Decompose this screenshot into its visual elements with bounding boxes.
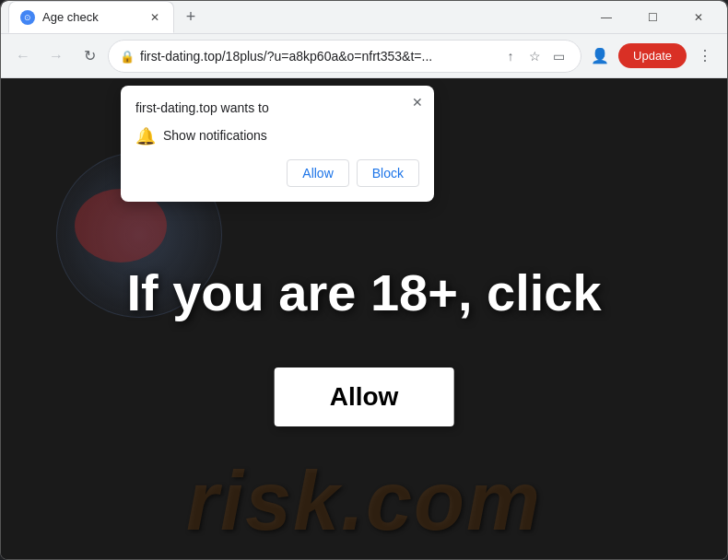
reload-button[interactable]: ↻ <box>75 41 104 71</box>
page-content: If you are 18+, click Allow risk.com ✕ f… <box>1 78 727 560</box>
window-controls: — ☐ ✕ <box>585 1 720 34</box>
popup-block-button[interactable]: Block <box>357 159 419 187</box>
active-tab[interactable]: ⊙ Age check ✕ <box>8 1 174 33</box>
bookmark-icon[interactable]: ☆ <box>523 45 546 67</box>
new-tab-button[interactable]: + <box>178 5 204 30</box>
popup-buttons: Allow Block <box>135 159 419 187</box>
maximize-button[interactable]: ☐ <box>631 1 674 34</box>
forward-button[interactable]: → <box>41 41 71 71</box>
watermark-text: risk.com <box>186 460 542 542</box>
tab-favicon-icon: ⊙ <box>20 10 35 25</box>
tab-title: Age check <box>42 10 140 24</box>
tab-strip: ⊙ Age check ✕ + <box>8 1 585 33</box>
toolbar-right: 👤 Update ⋮ <box>585 41 720 71</box>
title-bar: ⊙ Age check ✕ + — ☐ ✕ <box>1 1 727 34</box>
browser-toolbar: ← → ↻ 🔒 first-dating.top/18plus/?u=a8kp6… <box>1 34 727 78</box>
url-text: first-dating.top/18plus/?u=a8kp60a&o=nfr… <box>140 49 492 64</box>
notification-permission-popup: ✕ first-dating.top wants to 🔔 Show notif… <box>121 86 434 202</box>
watermark: risk.com <box>1 272 727 560</box>
address-bar[interactable]: 🔒 first-dating.top/18plus/?u=a8kp60a&o=n… <box>108 40 581 73</box>
update-button[interactable]: Update <box>618 43 687 68</box>
close-window-button[interactable]: ✕ <box>677 1 720 34</box>
share-icon[interactable]: ↑ <box>499 45 522 67</box>
minimize-button[interactable]: — <box>585 1 628 34</box>
popup-site-text: first-dating.top wants to <box>135 100 419 115</box>
chrome-menu-button[interactable]: ⋮ <box>690 41 720 71</box>
profile-icon[interactable]: 👤 <box>585 41 615 71</box>
back-button[interactable]: ← <box>8 41 38 71</box>
omnibox-actions: ↑ ☆ ▭ <box>499 45 569 67</box>
permission-text: Show notifications <box>163 128 267 143</box>
tab-close-button[interactable]: ✕ <box>147 10 162 25</box>
popup-close-button[interactable]: ✕ <box>408 93 427 111</box>
popup-allow-button[interactable]: Allow <box>287 159 348 187</box>
lock-icon: 🔒 <box>120 50 133 63</box>
permission-row: 🔔 Show notifications <box>135 126 419 145</box>
bell-icon: 🔔 <box>135 126 154 145</box>
split-view-icon[interactable]: ▭ <box>547 45 569 67</box>
